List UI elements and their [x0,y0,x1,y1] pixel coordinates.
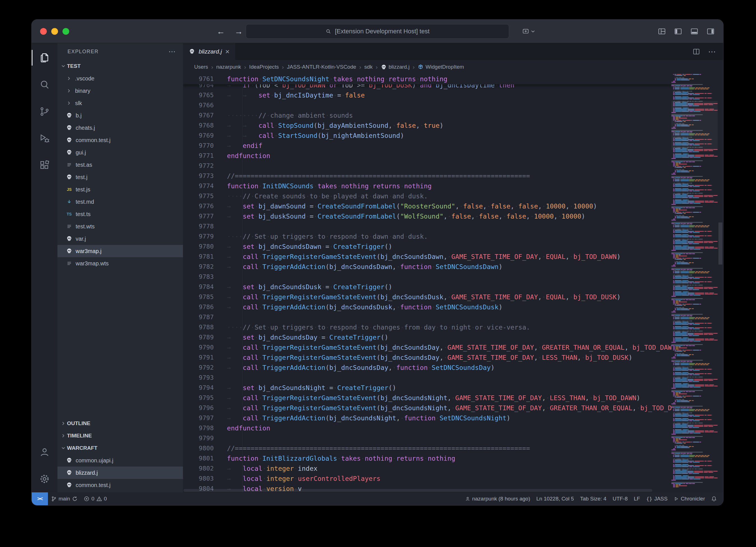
code-line-content[interactable]: //======================================… [214,443,671,453]
zoom-window-button[interactable] [62,28,69,35]
code-line-9801[interactable]: 9801function·InitBlizzardGlobals·takes·n… [183,453,671,463]
notifications-button[interactable] [708,492,720,505]
code-line-9783[interactable]: 9783 [183,272,671,282]
activity-extensions[interactable] [32,152,57,179]
code-line-content[interactable]: ····//·Set·up·triggers·to·respond·to·cha… [214,322,671,332]
minimap[interactable] [671,74,718,492]
section-outline[interactable]: OUTLINE [57,417,183,430]
indentation-status[interactable]: Tab Size: 4 [577,492,609,505]
scrollbar-thumb[interactable] [184,489,652,492]
code-line-content[interactable]: ····//·Create·sounds·to·be·played·at·daw… [214,191,671,201]
code-line-9788[interactable]: 9788····//·Set·up·triggers·to·respond·to… [183,322,671,332]
code-line-9773[interactable]: 9773//==================================… [183,171,671,181]
scrollbar-thumb[interactable] [718,222,722,265]
code-line-9798[interactable]: 9798endfunction [183,423,671,433]
code-line-9794[interactable]: 9794→ set·bj_dncSoundsNight·=·CreateTrig… [183,383,671,393]
code-line-9774[interactable]: 9774function·InitDNCSounds·takes·nothing… [183,181,671,191]
close-tab-icon[interactable]: × [225,48,229,55]
encoding-status[interactable]: UTF-8 [609,492,631,505]
code-line-content[interactable]: → → call·StartSound(bj_nightAmbientSound… [214,131,671,141]
code-area[interactable]: 9764→ if·(ToD·<·bj_TOD_DAWN·or·ToD·>=·bj… [183,74,671,492]
settings-button[interactable] [32,465,57,492]
command-center[interactable]: [Extension Development Host] test [246,24,509,39]
code-line-content[interactable]: → call·TriggerAddAction(bj_dncSoundsDawn… [214,262,671,272]
code-line-9779[interactable]: 9779····//·Set·up·triggers·to·respond·to… [183,231,671,242]
file-tree-item-common.test.j[interactable]: common.test.j [57,479,183,491]
customize-layout-icon[interactable] [658,27,666,36]
cursor-position[interactable]: Ln 10228, Col 5 [533,492,577,505]
git-blame-status[interactable]: nazarpunk (8 hours ago) [462,492,533,505]
code-line-content[interactable]: → → set·bj_dncIsDaytime·=·false [214,90,671,100]
code-line-9791[interactable]: 9791→ call·TriggerRegisterGameStateEvent… [183,353,671,363]
code-line-content[interactable]: → call·TriggerRegisterGameStateEvent(bj_… [214,342,671,353]
code-line-9769[interactable]: 9769→ → call·StartSound(bj_nightAmbientS… [183,131,671,141]
code-line-content[interactable]: → call·TriggerAddAction(bj_dncSoundsDay,… [214,363,671,373]
code-line-content[interactable] [214,221,671,231]
code-line-9765[interactable]: 9765→ → set·bj_dncIsDaytime·=·false [183,90,671,100]
close-window-button[interactable] [40,28,47,35]
code-line-9766[interactable]: 9766 [183,100,671,110]
code-line-content[interactable]: → set·bj_duskSound·=·CreateSoundFromLabe… [214,211,671,221]
eol-status[interactable]: LF [631,492,643,505]
code-line-9778[interactable]: 9778 [183,221,671,231]
back-arrow-icon[interactable]: ← [217,27,225,36]
activity-explorer[interactable] [32,44,57,71]
code-line-9793[interactable]: 9793 [183,373,671,383]
section-timeline[interactable]: TIMELINE [57,430,183,442]
code-line-9777[interactable]: 9777→ set·bj_duskSound·=·CreateSoundFrom… [183,211,671,221]
code-line-content[interactable]: → set·bj_dncSoundsDay·=·CreateTrigger() [214,332,671,342]
code-line-content[interactable]: → endif [214,141,671,151]
code-line-9787[interactable]: 9787 [183,312,671,322]
code-line-content[interactable] [214,373,671,383]
forward-arrow-icon[interactable]: → [235,27,243,36]
file-tree-item-test.as[interactable]: test.as [57,159,183,171]
vertical-scrollbar[interactable] [718,74,723,492]
code-line-content[interactable]: → call·TriggerRegisterGameStateEvent(bj_… [214,252,671,262]
file-tree-item-war3map.j[interactable]: war3map.j [57,245,183,257]
code-line-content[interactable]: → set·bj_dawnSound·=·CreateSoundFromLabe… [214,201,671,211]
breadcrumb-item[interactable]: sdk [364,64,373,70]
code-line-content[interactable]: //======================================… [214,171,671,181]
code-line-9789[interactable]: 9789→ set·bj_dncSoundsDay·=·CreateTrigge… [183,332,671,342]
file-tree-item-test.wts[interactable]: test.wts [57,220,183,233]
split-editor-icon[interactable] [692,48,700,55]
code-line-9776[interactable]: 9776→ set·bj_dawnSound·=·CreateSoundFrom… [183,201,671,211]
code-line-9772[interactable]: 9772 [183,161,671,171]
activity-search[interactable] [32,71,57,98]
code-line-content[interactable]: → call·TriggerRegisterGameStateEvent(bj_… [214,403,671,413]
minimize-window-button[interactable] [51,28,58,35]
activity-run-debug[interactable] [32,125,57,152]
minimap-slider[interactable] [671,101,718,150]
file-tree-item-test.js[interactable]: JStest.js [57,183,183,196]
code-line-content[interactable]: → set·bj_dncSoundsNight·=·CreateTrigger(… [214,383,671,393]
file-tree-item-cheats.j[interactable]: cheats.j [57,122,183,134]
toggle-panel-icon[interactable] [690,27,699,36]
branch-status[interactable]: main [48,492,81,505]
task-status[interactable]: Chronicler [671,492,708,505]
code-line-9802[interactable]: 9802→ local·integer·index [183,463,671,474]
code-line-9770[interactable]: 9770→ endif [183,141,671,151]
code-line-content[interactable]: → → call·StopSound(bj_dayAmbientSound,·f… [214,120,671,131]
code-line-content[interactable]: function·InitBlizzardGlobals·takes·nothi… [214,453,671,463]
code-line-9780[interactable]: 9780→ set·bj_dncSoundsDawn·=·CreateTrigg… [183,242,671,252]
code-line-9768[interactable]: 9768→ → call·StopSound(bj_dayAmbientSoun… [183,120,671,131]
sticky-scroll-line[interactable]: 9761function·SetDNCSoundsNight·takes·not… [183,74,671,84]
profile-indicator[interactable] [522,28,535,35]
code-line-9800[interactable]: 9800//==================================… [183,443,671,453]
tab-blizzard-j[interactable]: blizzard.j × [183,43,235,60]
file-tree-item-gui.j[interactable]: gui.j [57,146,183,159]
file-tree-item-war3map.wts[interactable]: war3map.wts [57,257,183,270]
file-tree-item-blizzard.j[interactable]: blizzard.j [57,467,183,479]
code-line-content[interactable]: → local·integer·index [214,463,671,474]
file-tree-item-test.j[interactable]: test.j [57,171,183,183]
code-line-9767[interactable]: 9767········//·change·ambient·sounds [183,110,671,120]
code-line-9775[interactable]: 9775····//·Create·sounds·to·be·played·at… [183,191,671,201]
code-line-9790[interactable]: 9790→ call·TriggerRegisterGameStateEvent… [183,342,671,353]
horizontal-scrollbar[interactable] [183,488,671,492]
file-tree-item-binary[interactable]: binary [57,85,183,97]
file-tree-item-common.test.j[interactable]: common.test.j [57,134,183,146]
file-tree-item-test.ts[interactable]: TStest.ts [57,208,183,220]
code-line-content[interactable] [214,312,671,322]
more-actions-icon[interactable]: ⋯ [168,47,176,56]
breadcrumb-item[interactable]: nazarpunk [216,64,241,70]
